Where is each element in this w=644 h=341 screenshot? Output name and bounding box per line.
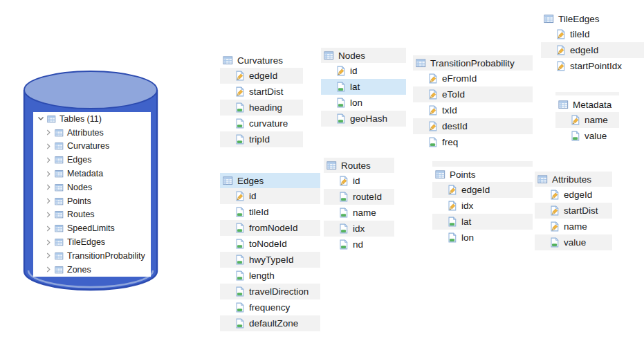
chevron-right-icon[interactable] <box>44 183 53 191</box>
column-name: freq <box>442 137 458 147</box>
column-row-nd[interactable]: nd <box>324 237 394 252</box>
column-row-lon[interactable]: lon <box>432 230 533 246</box>
column-row-defaultzone[interactable]: defaultZone <box>220 315 320 331</box>
table-icon <box>537 174 548 184</box>
tree-item-tileedges[interactable]: TileEdges <box>33 235 151 249</box>
column-row-idx[interactable]: idx <box>432 198 533 214</box>
column-row-edgeid[interactable]: edgeId <box>432 182 533 198</box>
table-header-curvatures[interactable]: Curvatures <box>220 53 303 68</box>
column-row-startdist[interactable]: startDist <box>220 84 303 100</box>
chevron-right-icon[interactable] <box>44 156 53 164</box>
table-icon <box>55 156 64 164</box>
key-column-icon <box>555 29 566 39</box>
column-row-tonodeid[interactable]: toNodeId <box>220 236 320 252</box>
tree-item-metadata[interactable]: Metadata <box>33 167 151 181</box>
column-row-name[interactable]: name <box>324 205 394 221</box>
tree-item-routes[interactable]: Routes <box>33 208 151 222</box>
tree-item-zones[interactable]: Zones <box>33 263 151 277</box>
chevron-right-icon[interactable] <box>44 239 53 246</box>
chevron-right-icon[interactable] <box>44 266 53 273</box>
chevron-right-icon[interactable] <box>44 225 53 232</box>
chevron-right-icon[interactable] <box>44 170 53 178</box>
column-row-hwytypeid[interactable]: hwyTypeId <box>220 252 320 268</box>
chevron-right-icon[interactable] <box>44 142 53 150</box>
table-header-tileedges[interactable]: TileEdges <box>541 11 644 26</box>
chevron-right-icon[interactable] <box>44 129 53 136</box>
column-name: routeId <box>353 192 382 202</box>
column-row-edgeid[interactable]: edgeId <box>220 68 303 84</box>
column-row-value[interactable]: value <box>535 234 612 250</box>
table-name: Metadata <box>573 100 611 110</box>
column-row-frequency[interactable]: frequency <box>220 299 320 315</box>
column-row-lat[interactable]: lat <box>321 79 406 95</box>
tree-item-transitionprobability[interactable]: TransitionProbability <box>33 249 151 263</box>
column-row-edgeid[interactable]: edgeId <box>535 187 612 203</box>
table-header-points[interactable]: Points <box>432 167 533 182</box>
tree-item-curvatures[interactable]: Curvatures <box>33 140 151 154</box>
table-header-nodes[interactable]: Nodes <box>321 48 406 63</box>
column-row-tileid[interactable]: tileId <box>220 204 320 220</box>
column-name: nd <box>353 239 363 250</box>
column-row-length[interactable]: length <box>220 268 320 284</box>
column-row-heading[interactable]: heading <box>220 100 303 116</box>
column-row-id[interactable]: id <box>220 188 320 204</box>
column-row-tripid[interactable]: tripId <box>220 131 303 147</box>
column-row-efromid[interactable]: eFromId <box>413 71 533 86</box>
table-header-transitionprobability[interactable]: TransitionProbability <box>413 55 533 71</box>
tree-item-edges[interactable]: Edges <box>33 153 151 167</box>
tree-item-tables-root[interactable]: Tables (11) <box>33 112 151 126</box>
column-row-tileid[interactable]: tileId <box>541 26 644 42</box>
tree-item-label: Tables (11) <box>59 114 102 124</box>
table-icon <box>55 224 64 232</box>
column-name: eFromId <box>442 73 477 84</box>
key-column-icon <box>234 86 245 97</box>
column-row-name[interactable]: name <box>535 219 612 234</box>
tree-item-label: Curvatures <box>67 141 109 151</box>
column-row-txid[interactable]: txId <box>413 102 533 118</box>
column-row-lon[interactable]: lon <box>321 95 406 111</box>
table-header-edges[interactable]: Edges <box>220 173 320 188</box>
tree-item-points[interactable]: Points <box>33 194 151 208</box>
column-row-routeid[interactable]: routeId <box>324 189 394 205</box>
tree-item-speedlimits[interactable]: SpeedLimits <box>33 221 151 235</box>
column-name: curvature <box>249 118 288 129</box>
column-name: name <box>585 115 608 125</box>
column-row-curvature[interactable]: curvature <box>220 116 303 131</box>
tree-item-nodes[interactable]: Nodes <box>33 181 151 194</box>
table-header-attributes[interactable]: Attributes <box>535 172 612 187</box>
column-row-geohash[interactable]: geoHash <box>321 111 406 127</box>
field-column-icon <box>549 237 560 248</box>
column-row-id[interactable]: id <box>321 63 406 79</box>
field-column-icon <box>427 137 438 147</box>
column-row-id[interactable]: id <box>324 173 394 189</box>
column-row-startpointidx[interactable]: startPointIdx <box>541 58 644 74</box>
column-row-traveldirection[interactable]: travelDirection <box>220 284 320 299</box>
column-row-startdist[interactable]: startDist <box>535 203 612 219</box>
column-row-fromnodeid[interactable]: fromNodeId <box>220 220 320 236</box>
tree-item-label: Attributes <box>67 128 104 138</box>
column-row-edgeid[interactable]: edgeId <box>541 42 644 58</box>
tree-item-attributes[interactable]: Attributes <box>33 126 151 140</box>
table-icon <box>326 160 337 170</box>
key-column-icon <box>555 61 566 71</box>
table-icon <box>55 129 64 137</box>
table-icon <box>55 266 64 274</box>
column-row-lat[interactable]: lat <box>432 214 533 230</box>
chevron-right-icon[interactable] <box>44 211 53 219</box>
field-column-icon <box>338 239 349 250</box>
column-row-name[interactable]: name <box>555 112 619 128</box>
tree-item-label: Metadata <box>67 169 103 178</box>
chevron-right-icon[interactable] <box>44 252 53 259</box>
field-column-icon <box>335 113 346 124</box>
column-row-idx[interactable]: idx <box>324 221 394 237</box>
column-row-value[interactable]: value <box>555 128 619 144</box>
column-row-etoid[interactable]: eToId <box>413 86 533 102</box>
tree-item-label: Edges <box>67 155 91 165</box>
chevron-right-icon[interactable] <box>44 197 53 205</box>
chevron-down-icon[interactable] <box>37 115 45 122</box>
table-icon <box>55 210 64 219</box>
table-header-metadata[interactable]: Metadata <box>555 97 619 112</box>
column-row-freq[interactable]: freq <box>413 134 533 150</box>
table-header-routes[interactable]: Routes <box>324 158 394 173</box>
column-row-destid[interactable]: destId <box>413 118 533 134</box>
